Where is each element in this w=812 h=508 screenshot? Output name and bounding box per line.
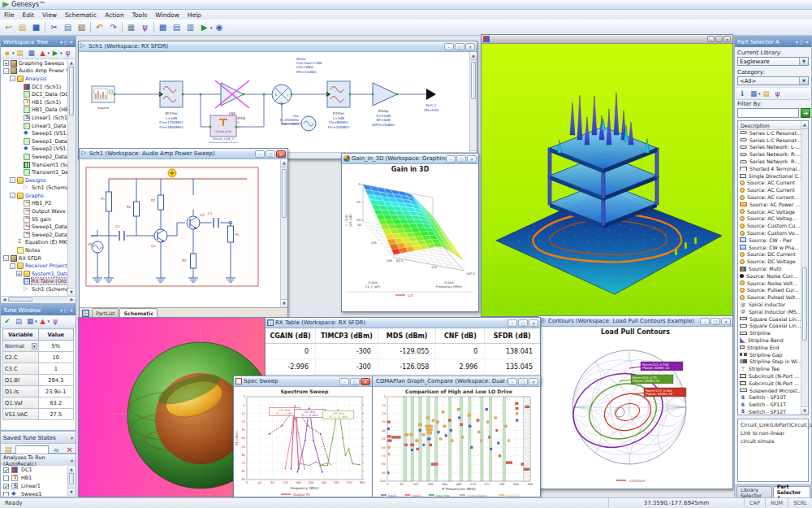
window-maximize-button[interactable]: □: [456, 155, 466, 163]
tree-expander-icon[interactable]: -: [3, 68, 9, 74]
part-toolbar-info-icon[interactable]: ℹ: [737, 89, 748, 98]
window-minimize-button[interactable]: –: [508, 378, 517, 385]
tab-part-selector-a[interactable]: Part Selector A: [773, 486, 810, 497]
window-minimize-button[interactable]: –: [255, 150, 265, 158]
toolbar-undo-icon[interactable]: ↶: [93, 21, 106, 33]
tree-expander-icon[interactable]: -: [3, 255, 9, 261]
window-close-button[interactable]: ✕: [467, 155, 477, 163]
window-close-button[interactable]: ✕: [465, 43, 475, 50]
tune-value-cell[interactable]: 1: [38, 363, 74, 375]
scrollbar-thumb[interactable]: [69, 67, 74, 115]
tree-item-rx-sfdr[interactable]: -RX SFDR: [2, 254, 67, 263]
tree-expander-icon[interactable]: -: [10, 76, 15, 81]
tune-toolbar-copy-icon[interactable]: ▤: [14, 316, 24, 326]
tune-value-cell[interactable]: 63.2: [38, 397, 74, 409]
toolbar-window-tile-horizontal-icon[interactable]: ▤: [171, 21, 184, 33]
part-item-square-coaxial-lin[interactable]: Square Coaxial Lin...: [738, 323, 801, 330]
part-item-source-custom-cu[interactable]: Source: Custom Cu...: [738, 222, 801, 229]
tree-toolbar-chart-icon[interactable]: ▲: [37, 48, 48, 58]
window-minimize-button[interactable]: –: [446, 155, 456, 163]
tune-variable-cell[interactable]: Q1.Bf: [3, 375, 39, 386]
checkbox-icon[interactable]: [3, 492, 9, 497]
part-item-source-custom-vo[interactable]: Source: Custom Vo...: [738, 229, 801, 237]
part-item-source-ac-current[interactable]: Source: AC current...: [738, 193, 801, 201]
part-item-source-ac-current[interactable]: Source: AC Current: [738, 180, 801, 187]
scrollbar-thumb[interactable]: [282, 169, 287, 218]
chevron-down-icon[interactable]: ▾: [32, 343, 37, 350]
menu-view[interactable]: View: [38, 11, 61, 19]
tree-item-linear1-sch1-0-t[interactable]: Linear1 (Sch1)(0 t: [2, 114, 67, 122]
window-titlebar-rx-table[interactable]: RX Table (Workspace: RX SFDR)–□✕: [266, 318, 540, 328]
tree-toolbar-run-icon[interactable]: ▶: [50, 48, 61, 58]
tune-window-header[interactable]: Tune Window ▾◻✕: [1, 305, 76, 315]
tune-column-header[interactable]: Value: [38, 329, 74, 341]
tree-expander-icon[interactable]: -: [10, 193, 15, 198]
panel-menu-icon[interactable]: ▾: [60, 308, 63, 313]
part-item-spiral-inductor-ms[interactable]: @Spiral Inductor (MS...: [738, 308, 801, 315]
rx-table-header[interactable]: SFDR (dB): [485, 328, 540, 344]
part-item-source-ac-voltag[interactable]: Source: AC Voltag...: [738, 215, 801, 223]
vertical-scrollbar[interactable]: ▲▼: [801, 121, 808, 415]
panel-menu-icon[interactable]: ▾: [71, 458, 73, 463]
tree-item-sch1-schematic[interactable]: Sch1 (Schematic): [2, 185, 67, 193]
part-item-source-ac-power[interactable]: Source: AC Power ...: [738, 201, 801, 208]
analysis-item-sweep1[interactable]: Sweep1: [2, 490, 67, 496]
tree-item-analysis[interactable]: -Analysis: [2, 75, 67, 83]
filter-input[interactable]: [737, 108, 799, 118]
window-titlebar-sch1-audio-amp[interactable]: Sch1 (Workspace: Audio Amp Power Sweep)–…: [80, 149, 287, 159]
part-item-source-noise-curr[interactable]: Source: Noise Curr...: [738, 272, 801, 280]
toolbar-revert-icon[interactable]: ↩: [2, 21, 15, 33]
tune-toolbar-table-icon[interactable]: ▦: [25, 316, 36, 326]
part-item-source-dc-voltage[interactable]: Source: DC Voltage: [738, 258, 801, 265]
tree-toolbar-chart-dropdown-icon[interactable]: ▾: [48, 50, 50, 55]
scrollbar-thumb[interactable]: [471, 62, 476, 99]
toolbar-tune-icon[interactable]: ψ: [139, 21, 152, 33]
part-item-switch-sp11t[interactable]: SSwitch - SP11T: [738, 401, 801, 408]
tree-item-linear1-data-lin[interactable]: Linear1_Data (Lin: [2, 122, 67, 130]
window-maximize-button[interactable]: □: [710, 318, 720, 325]
part-item-subcircuit-n-port[interactable]: Subcircuit (N-Port ...: [738, 380, 801, 387]
window-close-button[interactable]: ✕: [721, 318, 731, 325]
toolbar-print-icon[interactable]: ▦: [125, 21, 138, 33]
part-item-source-ac-current[interactable]: Source: AC Current: [738, 186, 801, 193]
scrollbar-thumb[interactable]: [69, 473, 74, 484]
window-close-button[interactable]: ✕: [529, 319, 538, 327]
tree-item-notes[interactable]: Notes: [2, 246, 67, 254]
window-titlebar-load-pull-contours[interactable]: Contours (Workspace: Load Pull Contours …: [538, 316, 732, 327]
toolbar-window-tile-vertical-icon[interactable]: ▥: [184, 21, 197, 33]
window-maximize-button[interactable]: □: [518, 378, 528, 385]
part-item-series-l-c-resonat[interactable]: Series L-C Resonat...: [738, 137, 801, 144]
close-icon[interactable]: ✕: [805, 40, 809, 45]
analyses-header[interactable]: Analyses To Run (AutoRecalc) ▾: [1, 454, 76, 467]
part-item-series-network-r[interactable]: Series Network: R-...: [738, 150, 801, 158]
panel-menu-icon[interactable]: ▾: [60, 40, 63, 45]
tune-value-cell[interactable]: 294.3: [38, 375, 74, 386]
window-close-button[interactable]: ✕: [723, 36, 731, 42]
checkbox-icon[interactable]: [3, 475, 9, 481]
tree-toolbar-display-icon[interactable]: ▦: [26, 48, 37, 58]
tune-variable-cell[interactable]: C3.C: [3, 363, 39, 375]
part-item-switch-sp12t[interactable]: SSwitch - SP12T: [738, 408, 801, 415]
window-minimize-button[interactable]: –: [707, 36, 715, 42]
part-item-source-noise-volt[interactable]: Source: Noise Volt...: [738, 280, 801, 287]
tree-item-hb1-sch1[interactable]: HB1 (Sch1): [2, 98, 67, 106]
filter-go-button[interactable]: ➜: [801, 108, 810, 118]
toolbar-copy-icon[interactable]: ▤: [62, 21, 75, 33]
saved-tune-states-header[interactable]: Saved Tune States ▾: [1, 432, 76, 444]
window-maximize-button[interactable]: □: [350, 378, 360, 385]
rx-table-header[interactable]: MDS (dBm): [378, 328, 435, 344]
app-titlebar[interactable]: Genesys™: [0, 0, 812, 10]
workspace-tree-header[interactable]: Workspace Tree ▾◻✕: [1, 37, 76, 47]
window-maximize-button[interactable]: □: [715, 36, 723, 42]
saved-state-input[interactable]: [15, 445, 49, 454]
tune-value-cell[interactable]: 10: [38, 352, 74, 363]
part-item-source-cw-w-pha[interactable]: Source: CW w Pha...: [738, 244, 801, 251]
part-selector-header[interactable]: Part Selector A ▾◻✕: [735, 37, 811, 47]
tree-item-graphs[interactable]: -Graphs: [2, 192, 67, 200]
tree-item-sweep2-data-vp[interactable]: Sweep2_Data_VP: [2, 231, 67, 239]
scroll-left-icon[interactable]: ◀: [1, 297, 8, 302]
window-close-button[interactable]: ✕: [529, 378, 538, 385]
rx-table-header[interactable]: CNF (dB): [436, 328, 485, 344]
menu-action[interactable]: Action: [101, 11, 128, 19]
tree-item-sweep1-data-vp[interactable]: Sweep1_Data_VP: [2, 223, 67, 231]
